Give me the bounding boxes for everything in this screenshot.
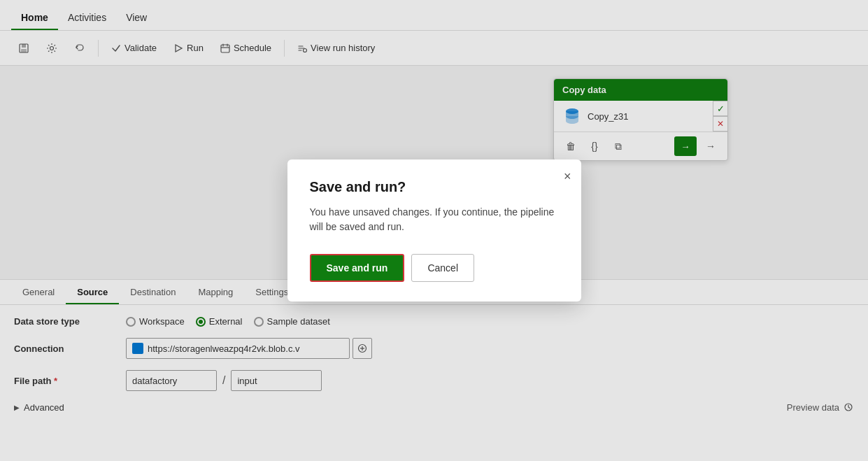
modal-overlay: × Save and run? You have unsaved changes… [0, 0, 868, 461]
cancel-button[interactable]: Cancel [411, 254, 474, 282]
modal-actions: Save and run Cancel [310, 254, 559, 282]
modal-close-button[interactable]: × [564, 169, 571, 184]
modal-body: You have unsaved changes. If you continu… [310, 205, 559, 234]
modal-dialog: × Save and run? You have unsaved changes… [287, 159, 581, 302]
modal-title: Save and run? [310, 179, 559, 195]
save-and-run-button[interactable]: Save and run [310, 254, 405, 282]
